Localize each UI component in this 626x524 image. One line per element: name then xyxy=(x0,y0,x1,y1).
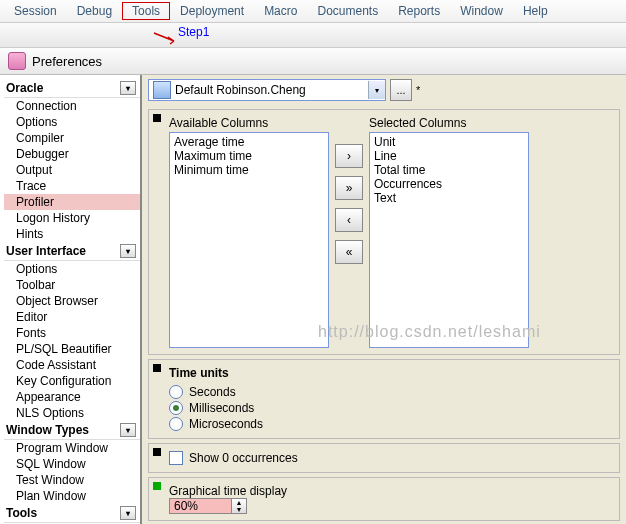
time-units-panel: Time units Seconds Milliseconds Microsec… xyxy=(148,359,620,439)
annotation-step1: Step1 xyxy=(178,25,209,39)
panel-grip-icon xyxy=(153,482,161,490)
annotation-arrow xyxy=(152,31,178,45)
cat-tools[interactable]: Tools▾ xyxy=(4,504,140,523)
preference-set-combo[interactable]: Default Robinson.Cheng ▾ xyxy=(148,79,386,101)
cat-oracle[interactable]: Oracle▾ xyxy=(4,79,140,98)
panel-grip-icon xyxy=(153,114,161,122)
menu-window[interactable]: Window xyxy=(450,2,513,20)
window-title: Preferences xyxy=(32,54,102,69)
radio-seconds[interactable] xyxy=(169,385,183,399)
chevron-down-icon[interactable]: ▾ xyxy=(120,81,136,95)
move-right-button[interactable]: › xyxy=(335,144,363,168)
preference-set-icon xyxy=(153,81,171,99)
panel-grip-icon xyxy=(153,448,161,456)
list-item[interactable]: Line xyxy=(374,149,524,163)
sidebar-test-window[interactable]: Test Window xyxy=(4,472,140,488)
show-0-panel: Show 0 occurrences xyxy=(148,443,620,473)
preference-set-browse-button[interactable]: ... xyxy=(390,79,412,101)
menu-documents[interactable]: Documents xyxy=(307,2,388,20)
list-item[interactable]: Occurrences xyxy=(374,177,524,191)
move-all-right-button[interactable]: » xyxy=(335,176,363,200)
selected-columns-header: Selected Columns xyxy=(369,116,529,130)
sidebar-program-window[interactable]: Program Window xyxy=(4,440,140,456)
sidebar-nls-options[interactable]: NLS Options xyxy=(4,405,140,421)
spinner-icon[interactable]: ▲▼ xyxy=(231,499,246,513)
menu-help[interactable]: Help xyxy=(513,2,558,20)
list-item[interactable]: Text xyxy=(374,191,524,205)
selected-columns-list[interactable]: Unit Line Total time Occurrences Text xyxy=(369,132,529,348)
move-all-left-button[interactable]: « xyxy=(335,240,363,264)
list-item[interactable]: Maximum time xyxy=(174,149,324,163)
chevron-down-icon[interactable]: ▾ xyxy=(120,244,136,258)
sidebar: Oracle▾ Connection Options Compiler Debu… xyxy=(0,75,142,524)
show-0-checkbox[interactable] xyxy=(169,451,183,465)
radio-label: Milliseconds xyxy=(189,401,254,415)
sidebar-ui-toolbar[interactable]: Toolbar xyxy=(4,277,140,293)
preference-set-text: Default Robinson.Cheng xyxy=(175,83,368,97)
sidebar-plsql-beautifier[interactable]: PL/SQL Beautifier xyxy=(4,341,140,357)
modified-indicator: * xyxy=(416,84,420,96)
sidebar-trace[interactable]: Trace xyxy=(4,178,140,194)
menu-bar: Session Debug Tools Deployment Macro Doc… xyxy=(0,0,626,23)
menu-tools[interactable]: Tools xyxy=(122,2,170,20)
time-units-title: Time units xyxy=(169,366,613,380)
chevron-down-icon[interactable]: ▾ xyxy=(120,423,136,437)
list-item[interactable]: Unit xyxy=(374,135,524,149)
sidebar-editor[interactable]: Editor xyxy=(4,309,140,325)
cat-user-interface[interactable]: User Interface▾ xyxy=(4,242,140,261)
sidebar-code-assistant[interactable]: Code Assistant xyxy=(4,357,140,373)
available-columns-list[interactable]: Average time Maximum time Minimum time xyxy=(169,132,329,348)
sidebar-output[interactable]: Output xyxy=(4,162,140,178)
menu-deployment[interactable]: Deployment xyxy=(170,2,254,20)
list-item[interactable]: Total time xyxy=(374,163,524,177)
main-panel: Default Robinson.Cheng ▾ ... * Available… xyxy=(142,75,626,524)
sidebar-plan-window[interactable]: Plan Window xyxy=(4,488,140,504)
sidebar-fonts[interactable]: Fonts xyxy=(4,325,140,341)
panel-grip-icon xyxy=(153,364,161,372)
menu-macro[interactable]: Macro xyxy=(254,2,307,20)
sidebar-key-config[interactable]: Key Configuration xyxy=(4,373,140,389)
menu-session[interactable]: Session xyxy=(4,2,67,20)
sidebar-hints[interactable]: Hints xyxy=(4,226,140,242)
window-titlebar: Preferences xyxy=(0,48,626,75)
sidebar-debugger[interactable]: Debugger xyxy=(4,146,140,162)
toolbar: Step1 xyxy=(0,23,626,48)
sidebar-object-browser[interactable]: Object Browser xyxy=(4,293,140,309)
cat-window-types[interactable]: Window Types▾ xyxy=(4,421,140,440)
graphical-time-panel: Graphical time display 60%▲▼ xyxy=(148,477,620,521)
list-item[interactable]: Average time xyxy=(174,135,324,149)
radio-microseconds[interactable] xyxy=(169,417,183,431)
graphical-time-title: Graphical time display xyxy=(169,484,613,498)
menu-debug[interactable]: Debug xyxy=(67,2,122,20)
sidebar-sql-window[interactable]: SQL Window xyxy=(4,456,140,472)
radio-label: Microseconds xyxy=(189,417,263,431)
sidebar-ui-options[interactable]: Options xyxy=(4,261,140,277)
sidebar-compiler[interactable]: Compiler xyxy=(4,130,140,146)
sidebar-options[interactable]: Options xyxy=(4,114,140,130)
list-item[interactable]: Minimum time xyxy=(174,163,324,177)
radio-label: Seconds xyxy=(189,385,236,399)
preferences-icon xyxy=(8,52,26,70)
columns-panel: Available Columns Average time Maximum t… xyxy=(148,109,620,355)
sidebar-profiler[interactable]: Profiler xyxy=(4,194,140,210)
radio-milliseconds[interactable] xyxy=(169,401,183,415)
graphical-time-percent-input[interactable]: 60%▲▼ xyxy=(169,498,247,514)
checkbox-label: Show 0 occurrences xyxy=(189,451,298,465)
move-left-button[interactable]: ‹ xyxy=(335,208,363,232)
sidebar-connection[interactable]: Connection xyxy=(4,98,140,114)
sidebar-logon-history[interactable]: Logon History xyxy=(4,210,140,226)
sidebar-appearance[interactable]: Appearance xyxy=(4,389,140,405)
available-columns-header: Available Columns xyxy=(169,116,329,130)
menu-reports[interactable]: Reports xyxy=(388,2,450,20)
chevron-down-icon[interactable]: ▾ xyxy=(120,506,136,520)
chevron-down-icon[interactable]: ▾ xyxy=(368,81,385,99)
